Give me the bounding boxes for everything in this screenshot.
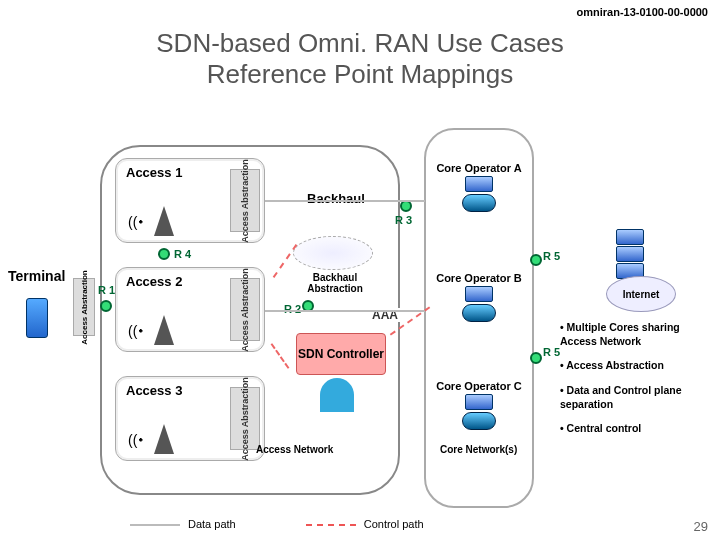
- abstraction-text: Access Abstraction: [240, 159, 250, 243]
- terminal-label: Terminal: [8, 268, 65, 284]
- r5-top-label: R 5: [543, 250, 560, 262]
- backhaul-block: Backhaul: [288, 168, 384, 228]
- page-number: 29: [694, 519, 708, 534]
- server-icon: [465, 176, 493, 192]
- reference-point-r5-top: [530, 254, 542, 266]
- r5-bottom-label: R 5: [543, 346, 560, 358]
- access-1-label: Access 1: [126, 165, 218, 180]
- wifi-icon: ((🞄: [128, 432, 144, 448]
- backhaul-abstraction-label: Backhaul Abstraction: [290, 272, 380, 294]
- title-line-2: Reference Point Mappings: [207, 59, 513, 89]
- backhaul-label: Backhaul: [307, 191, 365, 206]
- sdn-controller-person-icon: [320, 378, 354, 412]
- wifi-icon: ((🞄: [128, 323, 144, 339]
- bullet-4: Central control: [560, 421, 712, 435]
- reference-point-r5-bottom: [530, 352, 542, 364]
- tower-icon: [154, 206, 174, 236]
- data-path-line: [265, 200, 425, 202]
- legend-control-path: Control path: [306, 518, 424, 530]
- abstraction-text: Access Abstraction: [240, 377, 250, 461]
- legend: Data path Control path: [130, 518, 424, 530]
- core-operator-a: Core Operator A: [433, 162, 525, 214]
- tower-icon: [154, 315, 174, 345]
- title-line-1: SDN-based Omni. RAN Use Cases: [156, 28, 563, 58]
- legend-control-path-label: Control path: [364, 518, 424, 530]
- slide-title: SDN-based Omni. RAN Use Cases Reference …: [0, 28, 720, 90]
- core-c-label: Core Operator C: [433, 380, 525, 392]
- terminal-device-icon: [26, 298, 48, 338]
- core-operator-b: Core Operator B: [433, 272, 525, 324]
- data-path-line: [265, 310, 425, 312]
- terminal-access-abstraction: Access Abstraction: [73, 278, 95, 336]
- router-icon: [462, 412, 496, 430]
- access-2-abstraction: Access Abstraction: [230, 278, 260, 341]
- access-1-abstraction: Access Abstraction: [230, 169, 260, 232]
- core-operator-c: Core Operator C: [433, 380, 525, 432]
- bullet-2: Access Abstraction: [560, 358, 712, 372]
- doc-id: omniran-13-0100-00-0000: [577, 6, 708, 18]
- abstraction-text: Access Abstraction: [80, 270, 89, 344]
- reference-point-r1: [100, 300, 112, 312]
- reference-point-r4: [158, 248, 170, 260]
- backhaul-mesh-icon: [293, 236, 373, 270]
- r4-label: R 4: [174, 248, 191, 260]
- abstraction-text: Access Abstraction: [240, 268, 250, 352]
- internet-label: Internet: [623, 289, 660, 300]
- access-3-label: Access 3: [126, 383, 218, 398]
- core-b-label: Core Operator B: [433, 272, 525, 284]
- sdn-controller-box: SDN Controller: [296, 333, 386, 375]
- internet-cloud: Internet: [606, 276, 676, 312]
- access-2-label: Access 2: [126, 274, 218, 289]
- router-icon: [462, 304, 496, 322]
- notes-bullets: Multiple Cores sharing Access Network Ac…: [560, 320, 712, 445]
- r2-label: R 2: [284, 303, 301, 315]
- r1-label: R 1: [98, 284, 115, 296]
- tower-icon: [154, 424, 174, 454]
- sdn-controller-label: SDN Controller: [298, 347, 384, 361]
- bullet-3: Data and Control plane separation: [560, 383, 712, 411]
- server-icon: [465, 286, 493, 302]
- r3-label: R 3: [395, 214, 412, 226]
- router-icon: [462, 194, 496, 212]
- internet-servers-icon: [616, 228, 644, 280]
- server-icon: [465, 394, 493, 410]
- core-a-label: Core Operator A: [433, 162, 525, 174]
- core-networks-label: Core Network(s): [440, 444, 517, 455]
- wifi-icon: ((🞄: [128, 214, 144, 230]
- access-panel-2: Access 2 ((🞄 Access Abstraction: [115, 267, 265, 352]
- access-3-abstraction: Access Abstraction: [230, 387, 260, 450]
- bullet-1: Multiple Cores sharing Access Network: [560, 320, 712, 348]
- access-panel-1: Access 1 ((🞄 Access Abstraction: [115, 158, 265, 243]
- access-network-label: Access Network: [256, 444, 333, 455]
- access-panel-3: Access 3 ((🞄 Access Abstraction: [115, 376, 265, 461]
- legend-data-path-label: Data path: [188, 518, 236, 530]
- legend-data-path: Data path: [130, 518, 236, 530]
